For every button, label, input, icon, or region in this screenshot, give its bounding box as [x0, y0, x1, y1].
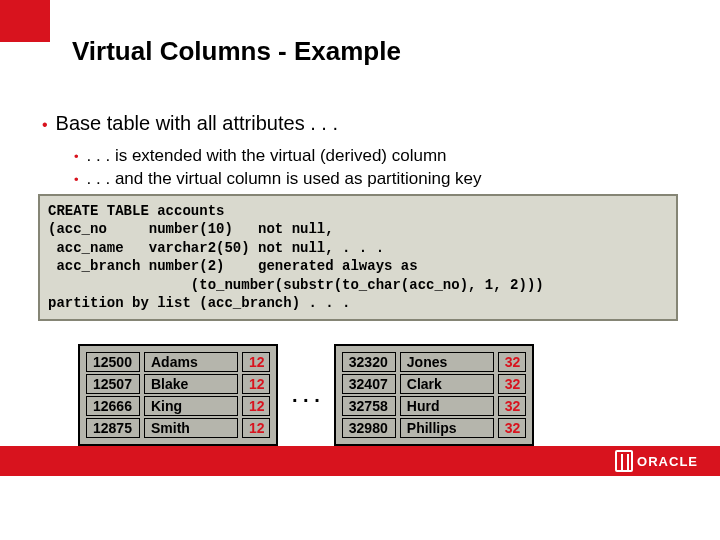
sql-code-block: CREATE TABLE accounts (acc_no number(10)… [38, 194, 678, 321]
col-acc-name: Adams Blake King Smith [144, 352, 238, 438]
footer-red-bar [0, 446, 720, 476]
bullet-dot-icon: • [42, 116, 48, 133]
table-cell: 12507 [86, 374, 140, 394]
table-cell: 32407 [342, 374, 396, 394]
bullet-main: •Base table with all attributes . . . [42, 112, 690, 135]
table-cell: 32980 [342, 418, 396, 438]
table-cell: 32 [498, 352, 526, 372]
oracle-logo: ORACLE [615, 450, 698, 472]
table-cell: 12666 [86, 396, 140, 416]
col-acc-branch: 12 12 12 12 [242, 352, 270, 438]
table-cell: Blake [144, 374, 238, 394]
table-cell: 12 [242, 374, 270, 394]
col-acc-name: Jones Clark Hurd Phillips [400, 352, 494, 438]
partition-box-2: 32320 32407 32758 32980 Jones Clark Hurd… [334, 344, 534, 446]
sub-bullet-2-text: . . . and the virtual column is used as … [87, 169, 482, 188]
table-cell: Jones [400, 352, 494, 372]
table-cell: 32 [498, 396, 526, 416]
table-cell: Hurd [400, 396, 494, 416]
table-cell: 32758 [342, 396, 396, 416]
table-cell: King [144, 396, 238, 416]
bullet-main-text: Base table with all attributes . . . [56, 112, 338, 134]
oracle-logo-text: ORACLE [637, 454, 698, 469]
slide-title: Virtual Columns - Example [72, 36, 401, 67]
body-area: •Base table with all attributes . . . •.… [30, 112, 690, 191]
table-cell: 12 [242, 396, 270, 416]
table-cell: 12 [242, 418, 270, 438]
partition-tables: 12500 12507 12666 12875 Adams Blake King… [78, 344, 680, 446]
red-corner-block [0, 0, 50, 42]
table-cell: 32 [498, 374, 526, 394]
col-acc-no: 12500 12507 12666 12875 [86, 352, 140, 438]
partition-box-1: 12500 12507 12666 12875 Adams Blake King… [78, 344, 278, 446]
sub-bullet-1-text: . . . is extended with the virtual (deri… [87, 146, 447, 165]
table-cell: 32 [498, 418, 526, 438]
oracle-logo-icon [615, 450, 633, 472]
table-cell: Clark [400, 374, 494, 394]
sub-bullet-2: •. . . and the virtual column is used as… [74, 168, 690, 191]
table-cell: Smith [144, 418, 238, 438]
col-acc-no: 32320 32407 32758 32980 [342, 352, 396, 438]
table-cell: 12500 [86, 352, 140, 372]
bullet-dot-icon: • [74, 172, 79, 187]
table-cell: Adams [144, 352, 238, 372]
bullet-dot-icon: • [74, 149, 79, 164]
ellipsis: . . . [292, 384, 320, 407]
sub-bullet-1: •. . . is extended with the virtual (der… [74, 145, 690, 168]
table-cell: 32320 [342, 352, 396, 372]
table-cell: Phillips [400, 418, 494, 438]
table-cell: 12875 [86, 418, 140, 438]
col-acc-branch: 32 32 32 32 [498, 352, 526, 438]
table-cell: 12 [242, 352, 270, 372]
sub-bullet-list: •. . . is extended with the virtual (der… [74, 145, 690, 191]
